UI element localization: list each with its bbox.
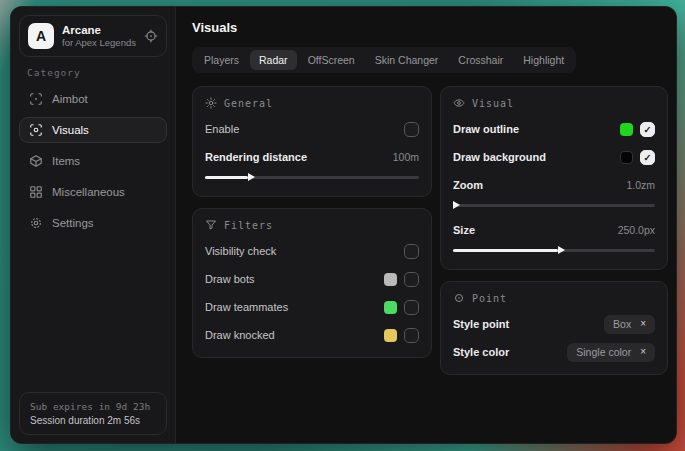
slider-thumb[interactable] (453, 249, 558, 252)
sidebar: A Arcane for Apex Legends Category (11, 7, 176, 443)
point-icon (453, 292, 465, 304)
draw-bots-checkbox[interactable] (404, 272, 419, 287)
app-subtitle: for Apex Legends (62, 37, 136, 49)
zoom-value: 1.0zm (626, 179, 655, 191)
rendering-distance-value: 100m (393, 151, 419, 163)
draw-teammates-row: Draw teammates (205, 297, 419, 317)
style-color-row: Style color Single color × (453, 342, 655, 362)
sidebar-item-label: Miscellaneous (52, 186, 125, 198)
sidebar-item-label: Aimbot (52, 93, 88, 105)
target-icon[interactable] (144, 29, 158, 43)
filters-panel-header: Filters (205, 219, 419, 231)
zoom-label: Zoom (453, 179, 483, 191)
draw-knocked-checkbox[interactable] (404, 328, 419, 343)
sidebar-nav: Aimbot Visuals Items (11, 86, 175, 236)
clear-icon[interactable]: × (640, 319, 646, 329)
general-panel: General Enable Rendering distance 100m (192, 86, 432, 197)
filters-panel: Filters Visibility check Draw bots (192, 208, 432, 358)
visuals-icon (29, 123, 43, 137)
page-title: Visuals (192, 20, 668, 35)
enable-row: Enable (205, 119, 419, 139)
style-point-row: Style point Box × (453, 314, 655, 334)
enable-checkbox[interactable] (404, 122, 419, 137)
sidebar-item-aimbot[interactable]: Aimbot (19, 86, 167, 112)
app-meta: Arcane for Apex Legends (62, 23, 136, 49)
draw-bots-color-swatch[interactable] (384, 273, 397, 286)
draw-bots-row: Draw bots (205, 269, 419, 289)
main-content: Visuals Players Radar OffScreen Skin Cha… (176, 7, 677, 443)
panel-title: Filters (224, 220, 273, 231)
rendering-distance-label: Rendering distance (205, 151, 307, 163)
enable-label: Enable (205, 123, 239, 135)
sidebar-item-miscellaneous[interactable]: Miscellaneous (19, 179, 167, 205)
visual-panel-header: Visual (453, 97, 655, 109)
draw-background-color-swatch[interactable] (620, 151, 633, 164)
rendering-distance-row: Rendering distance 100m (205, 147, 419, 182)
app-logo: A (28, 23, 54, 49)
point-panel-header: Point (453, 292, 655, 304)
category-label: Category (27, 67, 175, 78)
app-header-card: A Arcane for Apex Legends (19, 15, 167, 57)
style-point-value: Box (613, 318, 631, 330)
size-label: Size (453, 224, 475, 236)
panel-title: Point (472, 293, 507, 304)
draw-teammates-checkbox[interactable] (404, 300, 419, 315)
panel-title: General (224, 98, 273, 109)
tab-crosshair[interactable]: Crosshair (449, 50, 512, 70)
point-panel: Point Style point Box × Style color Sing… (440, 281, 668, 375)
size-value: 250.0px (618, 224, 655, 236)
draw-teammates-color-swatch[interactable] (384, 301, 397, 314)
visibility-check-checkbox[interactable] (404, 244, 419, 259)
draw-background-checkbox[interactable] (640, 150, 655, 165)
funnel-icon (205, 219, 217, 231)
style-color-value: Single color (576, 346, 631, 358)
subscription-info-card: Sub expires in 9d 23h Session duration 2… (19, 392, 167, 435)
style-color-select[interactable]: Single color × (567, 343, 655, 362)
aimbot-icon (29, 92, 43, 106)
tab-radar[interactable]: Radar (250, 50, 297, 70)
sidebar-item-label: Items (52, 155, 80, 167)
arcane-window: A Arcane for Apex Legends Category (10, 6, 677, 444)
rendering-distance-slider[interactable] (205, 173, 419, 182)
session-duration-text: Session duration 2m 56s (30, 415, 156, 426)
general-panel-header: General (205, 97, 419, 109)
app-logo-letter: A (36, 28, 46, 44)
settings-gear-icon (29, 216, 43, 230)
sidebar-item-settings[interactable]: Settings (19, 210, 167, 236)
zoom-slider[interactable] (453, 201, 655, 210)
draw-knocked-row: Draw knocked (205, 325, 419, 345)
app-name: Arcane (62, 23, 136, 37)
style-point-select[interactable]: Box × (604, 315, 655, 334)
eye-icon (453, 97, 465, 109)
draw-background-row: Draw background (453, 147, 655, 167)
size-row: Size 250.0px (453, 220, 655, 255)
sidebar-item-label: Settings (52, 217, 94, 229)
slider-thumb[interactable] (205, 176, 248, 179)
draw-knocked-color-swatch[interactable] (384, 329, 397, 342)
zoom-row: Zoom 1.0zm (453, 175, 655, 210)
sidebar-item-label: Visuals (52, 124, 89, 136)
tab-skin-changer[interactable]: Skin Changer (366, 50, 448, 70)
sun-icon (205, 97, 217, 109)
visuals-tab-bar: Players Radar OffScreen Skin Changer Cro… (192, 47, 576, 73)
draw-outline-checkbox[interactable] (640, 122, 655, 137)
tab-highlight[interactable]: Highlight (514, 50, 573, 70)
clear-icon[interactable]: × (640, 347, 646, 357)
visibility-check-row: Visibility check (205, 241, 419, 261)
size-slider[interactable] (453, 246, 655, 255)
panel-title: Visual (472, 98, 514, 109)
sidebar-item-items[interactable]: Items (19, 148, 167, 174)
tab-players[interactable]: Players (195, 50, 248, 70)
sidebar-item-visuals[interactable]: Visuals (19, 117, 167, 143)
draw-outline-color-swatch[interactable] (620, 123, 633, 136)
draw-outline-row: Draw outline (453, 119, 655, 139)
tab-offscreen[interactable]: OffScreen (299, 50, 364, 70)
sub-expires-text: Sub expires in 9d 23h (30, 401, 156, 412)
visual-panel: Visual Draw outline Draw background (440, 86, 668, 270)
items-icon (29, 154, 43, 168)
miscellaneous-icon (29, 185, 43, 199)
